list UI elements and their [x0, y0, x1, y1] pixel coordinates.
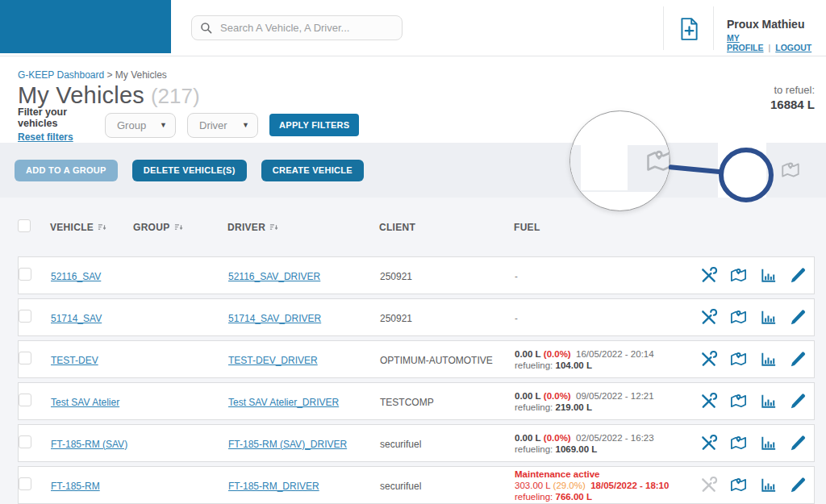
col-group: GROUP	[133, 222, 170, 233]
bar-chart-icon[interactable]	[759, 392, 778, 410]
row-checkbox[interactable]	[19, 435, 31, 448]
driver-link[interactable]: 51714_SAV_DRIVER	[228, 313, 321, 324]
row-checkbox[interactable]	[19, 394, 31, 406]
maintenance-tools-icon[interactable]	[699, 266, 718, 285]
sort-icon[interactable]	[98, 223, 106, 231]
search-input[interactable]	[220, 22, 394, 34]
view-toggle-group	[718, 143, 815, 198]
row-checkbox[interactable]	[19, 310, 31, 323]
bar-chart-icon[interactable]	[759, 266, 778, 285]
map-pin-icon[interactable]	[729, 392, 748, 410]
map-pin-icon[interactable]	[729, 350, 748, 369]
table-row: Test SAV Atelier Test SAV Atelier_DRIVER…	[18, 382, 815, 420]
client-cell: securifuel	[380, 481, 421, 492]
pencil-icon[interactable]	[789, 350, 807, 369]
link-separator: |	[769, 43, 771, 52]
client-cell: 250921	[380, 271, 412, 282]
map-pin-icon[interactable]	[729, 434, 748, 452]
breadcrumb-home-link[interactable]: G-KEEP Dashboard	[18, 69, 104, 81]
client-cell: OPTIMUM-AUTOMOTIVE	[380, 355, 493, 366]
maintenance-tools-icon[interactable]	[699, 392, 718, 410]
vehicle-link[interactable]: 52116_SAV	[51, 271, 101, 282]
row-checkbox[interactable]	[19, 268, 31, 281]
vehicle-link[interactable]: 51714_SAV	[51, 313, 102, 324]
delete-vehicles-button[interactable]: DELETE VEHICLE(S)	[132, 160, 247, 181]
create-vehicle-button[interactable]: CREATE VEHICLE	[261, 160, 364, 181]
col-vehicle: VEHICLE	[50, 222, 94, 233]
client-cell: 250921	[380, 313, 412, 324]
map-pin-icon[interactable]	[729, 266, 748, 285]
table-row: 52116_SAV 52116_SAV_DRIVER 250921 -	[18, 256, 815, 294]
maintenance-tools-icon[interactable]	[699, 434, 718, 452]
sort-icon[interactable]	[174, 223, 183, 231]
fuel-cell: 0.00 L (0.0%) 16/05/2022 - 20:14 refueli…	[515, 348, 688, 371]
client-cell: TESTCOMP	[380, 397, 434, 408]
divider	[713, 6, 714, 50]
bar-chart-icon[interactable]	[759, 476, 778, 494]
logout-link[interactable]: LOGOUT	[775, 43, 811, 52]
table-header-row: VEHICLE GROUP DRIVER CLIENT FUEL	[18, 198, 815, 256]
col-client: CLIENT	[379, 222, 415, 233]
vehicle-link[interactable]: TEST-DEV	[51, 355, 98, 366]
driver-filter-select[interactable]: Driver ▼	[187, 113, 258, 138]
driver-link[interactable]: 52116_SAV_DRIVER	[228, 271, 320, 282]
breadcrumb: G-KEEP Dashboard > My Vehicles	[18, 69, 815, 81]
maintenance-tools-icon	[699, 476, 718, 494]
col-fuel: FUEL	[514, 222, 540, 233]
pencil-icon[interactable]	[789, 308, 807, 327]
client-cell: securifuel	[380, 439, 421, 450]
pencil-icon[interactable]	[789, 476, 807, 494]
maintenance-tools-icon[interactable]	[699, 308, 718, 327]
add-to-group-button[interactable]: ADD TO A GROUP	[15, 160, 118, 181]
fuel-cell: 0.00 L (0.0%) 02/05/2022 - 16:23 refueli…	[515, 432, 688, 455]
pencil-icon[interactable]	[789, 392, 807, 410]
driver-link[interactable]: FT-185-RM (SAV)_DRIVER	[228, 439, 347, 450]
map-pin-icon[interactable]	[729, 308, 748, 327]
map-view-icon	[780, 160, 801, 181]
apply-filters-button[interactable]: APPLY FILTERS	[269, 114, 359, 136]
to-refuel-label: to refuel:	[770, 84, 815, 96]
table-row: 51714_SAV 51714_SAV_DRIVER 250921 -	[18, 298, 815, 336]
maintenance-tools-icon[interactable]	[699, 350, 718, 369]
new-document-icon[interactable]	[678, 17, 699, 41]
list-view-toggle[interactable]	[718, 143, 766, 198]
map-view-toggle[interactable]	[766, 143, 815, 198]
vehicle-link[interactable]: FT-185-RM	[51, 481, 100, 492]
col-driver: DRIVER	[227, 222, 265, 233]
fuel-cell: 0.00 L (0.0%) 09/05/2022 - 12:21 refueli…	[515, 390, 688, 413]
select-all-checkbox[interactable]	[18, 219, 31, 232]
pencil-icon[interactable]	[789, 266, 807, 285]
search-bar[interactable]	[191, 15, 403, 40]
map-pin-icon[interactable]	[729, 476, 748, 494]
bar-chart-icon[interactable]	[759, 308, 778, 327]
group-filter-select[interactable]: Group ▼	[105, 113, 176, 138]
app-logo	[0, 0, 171, 53]
vehicle-count: (217)	[151, 84, 200, 108]
driver-link[interactable]: FT-185-RM_DRIVER	[228, 481, 319, 492]
table-row: TEST-DEV TEST-DEV_DRIVER OPTIMUM-AUTOMOT…	[18, 340, 815, 378]
page-title: My Vehicles	[18, 82, 144, 108]
fuel-cell: -	[515, 312, 688, 323]
vehicle-link[interactable]: Test SAV Atelier	[51, 397, 119, 408]
user-name: Proux Mathieu	[727, 18, 826, 31]
group-filter-value: Group	[117, 119, 146, 131]
bulk-actions-toolbar: ADD TO A GROUP DELETE VEHICLE(S) CREATE …	[0, 143, 826, 198]
to-refuel-value: 16884 L	[770, 98, 815, 111]
row-checkbox[interactable]	[19, 352, 31, 364]
driver-link[interactable]: TEST-DEV_DRIVER	[228, 355, 318, 366]
bar-chart-icon[interactable]	[759, 350, 778, 369]
driver-link[interactable]: Test SAV Atelier_DRIVER	[228, 397, 339, 408]
my-profile-link[interactable]: MY PROFILE	[727, 33, 764, 52]
reset-filters-link[interactable]: Reset filters	[18, 131, 73, 143]
vehicle-link[interactable]: FT-185-RM (SAV)	[51, 439, 127, 450]
driver-filter-value: Driver	[199, 119, 227, 131]
sort-icon[interactable]	[269, 223, 278, 231]
to-refuel-summary: to refuel: 16884 L	[770, 84, 815, 111]
breadcrumb-current: > My Vehicles	[104, 69, 167, 81]
search-icon	[200, 22, 213, 35]
row-checkbox[interactable]	[19, 477, 31, 490]
table-row: FT-185-RM FT-185-RM_DRIVER securifuel Ma…	[18, 466, 815, 504]
bar-chart-icon[interactable]	[759, 434, 778, 452]
pencil-icon[interactable]	[789, 434, 807, 452]
maintenance-active-label: Maintenance active	[515, 469, 688, 480]
